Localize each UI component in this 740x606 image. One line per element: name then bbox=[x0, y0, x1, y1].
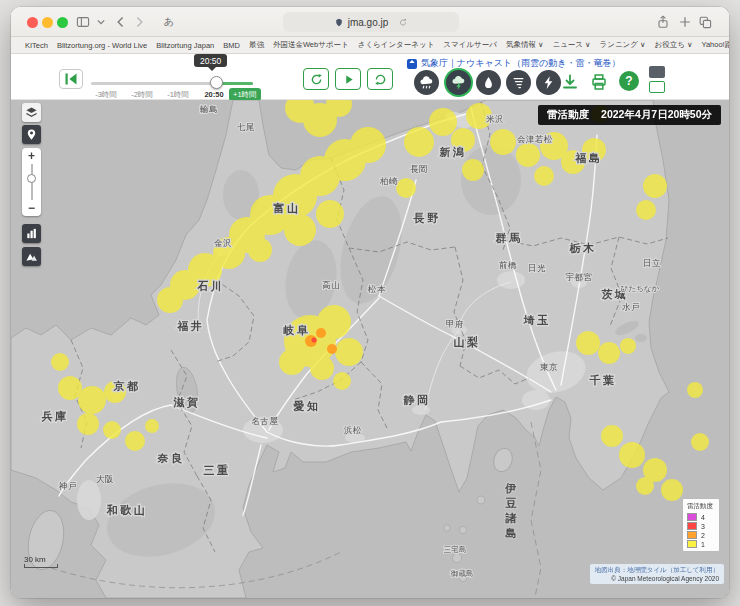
tab-overview-icon[interactable] bbox=[697, 14, 713, 30]
new-tab-icon[interactable] bbox=[677, 14, 693, 30]
svg-text:甲府: 甲府 bbox=[446, 319, 464, 329]
reload-icon[interactable] bbox=[398, 17, 408, 28]
scale-label: 30 km bbox=[24, 555, 46, 564]
play-button[interactable] bbox=[335, 68, 361, 90]
legend-value: 3 bbox=[701, 523, 705, 530]
map-attribution: 地図出典：地理院タイル（加工して利用） © Japan Meteorologic… bbox=[590, 564, 724, 584]
svg-text:高山: 高山 bbox=[322, 280, 340, 290]
svg-text:山梨: 山梨 bbox=[454, 336, 481, 348]
zoom-in-button[interactable]: + bbox=[22, 148, 41, 164]
share-icon[interactable] bbox=[655, 14, 671, 30]
svg-text:愛知: 愛知 bbox=[294, 400, 321, 412]
forward-icon[interactable] bbox=[131, 14, 147, 30]
current-location-button[interactable] bbox=[22, 125, 41, 144]
japan-map[interactable]: 新潟福島栃木茨城群馬埼玉千葉山梨長野岐阜静岡愛知石川福井富山京都滋賀奈良三重和歌… bbox=[11, 100, 729, 598]
address-bar[interactable]: jma.go.jp bbox=[283, 12, 459, 32]
svg-text:水戸: 水戸 bbox=[622, 302, 640, 312]
layer-button-rain[interactable] bbox=[414, 70, 439, 95]
bookmarks-bar: KITechBlitzortung.org - World LiveBlitzo… bbox=[11, 37, 729, 54]
bookmark-item[interactable]: 外国送金Webサポート bbox=[273, 40, 349, 50]
svg-text:御蔵島: 御蔵島 bbox=[451, 569, 474, 578]
back-icon[interactable] bbox=[113, 14, 129, 30]
legend-value: 1 bbox=[701, 541, 705, 548]
print-button[interactable] bbox=[588, 71, 610, 93]
svg-text:岐阜: 岐阜 bbox=[283, 324, 311, 336]
bookmark-item[interactable]: 気象情報 ∨ bbox=[506, 40, 544, 50]
bookmark-item[interactable]: Blitzortung.org - World Live bbox=[57, 41, 147, 50]
layer-name: 雷活動度 bbox=[547, 108, 589, 122]
terrain-button[interactable] bbox=[22, 247, 41, 266]
location-pin-icon bbox=[25, 128, 38, 141]
legend-row: 3 bbox=[687, 522, 715, 530]
zoom-out-button[interactable]: − bbox=[22, 200, 41, 216]
zoom-slider-track[interactable] bbox=[31, 164, 33, 200]
legend-rows: 4321 bbox=[687, 513, 715, 548]
legend-swatch bbox=[687, 513, 697, 521]
nowcast-map[interactable]: 新潟福島栃木茨城群馬埼玉千葉山梨長野岐阜静岡愛知石川福井富山京都滋賀奈良三重和歌… bbox=[11, 100, 729, 598]
layer-info-box: 雷活動度 2022年4月7日20時50分 bbox=[538, 105, 721, 125]
svg-text:神戸: 神戸 bbox=[58, 481, 77, 491]
svg-text:米沢: 米沢 bbox=[486, 114, 504, 124]
bookmark-item[interactable]: ニュース ∨ bbox=[552, 40, 590, 50]
loop-icon bbox=[373, 72, 388, 87]
jma-page-link[interactable]: 気象庁｜ナウキャスト（雨雲の動き・雷・竜巻） bbox=[407, 57, 621, 70]
bookmark-item[interactable]: さくらインターネット bbox=[358, 40, 435, 50]
layer-button-thunder[interactable] bbox=[536, 70, 561, 95]
translate-icon[interactable]: あ bbox=[161, 14, 177, 30]
svg-text:日立: 日立 bbox=[643, 258, 661, 268]
svg-text:長岡: 長岡 bbox=[410, 164, 428, 174]
close-window-button[interactable] bbox=[27, 17, 38, 28]
svg-text:日光: 日光 bbox=[528, 263, 546, 273]
altitude-button[interactable] bbox=[22, 224, 41, 243]
zoom-window-button[interactable] bbox=[57, 17, 68, 28]
map-style-button[interactable] bbox=[22, 103, 41, 122]
layer-button-lightning[interactable] bbox=[446, 70, 471, 95]
svg-text:群馬: 群馬 bbox=[495, 232, 523, 244]
legend-row: 4 bbox=[687, 513, 715, 521]
bookmark-item[interactable]: BMD bbox=[223, 41, 240, 50]
svg-text:滋賀: 滋賀 bbox=[173, 396, 201, 409]
minimize-window-button[interactable] bbox=[42, 17, 53, 28]
link-icon bbox=[407, 59, 417, 69]
svg-text:金沢: 金沢 bbox=[214, 238, 232, 248]
loop-button[interactable] bbox=[367, 68, 393, 90]
refresh-icon bbox=[309, 72, 324, 87]
tornado-icon bbox=[510, 74, 527, 91]
layer-button-tornado[interactable] bbox=[506, 70, 531, 95]
attribution-source[interactable]: 地図出典：地理院タイル（加工して利用） bbox=[595, 566, 719, 575]
sidebar-icon[interactable] bbox=[75, 14, 91, 30]
tick-minus2h: -2時間 bbox=[131, 90, 153, 100]
bookmark-item[interactable]: Blitzortung Japan bbox=[156, 41, 214, 50]
bookmark-item[interactable]: ランニング ∨ bbox=[600, 40, 646, 50]
layers-icon bbox=[25, 106, 38, 119]
svg-text:前橋: 前橋 bbox=[499, 260, 517, 270]
bolt-icon bbox=[540, 74, 557, 91]
bookmark-item[interactable]: KITech bbox=[25, 41, 48, 50]
bookmark-item[interactable]: スマイルサーバ bbox=[443, 40, 497, 50]
nowcast-control-bar: 20:50 -3時間 -2時間 -1時間 20:50 +1時間 気象庁｜ナウキャ… bbox=[11, 54, 729, 100]
download-button[interactable] bbox=[559, 71, 581, 93]
time-slider-handle[interactable] bbox=[210, 76, 223, 89]
svg-text:ひたちなか: ひたちなか bbox=[621, 284, 660, 293]
bookmark-item[interactable]: Yahoo!路線情報 bbox=[701, 40, 729, 50]
map-style-toggle-dark[interactable] bbox=[649, 66, 665, 78]
shield-icon bbox=[334, 17, 344, 28]
map-style-toggle-light[interactable] bbox=[649, 81, 665, 93]
bookmark-item[interactable]: 最強 bbox=[249, 40, 264, 50]
svg-text:東京: 東京 bbox=[540, 362, 558, 372]
svg-text:柏崎: 柏崎 bbox=[379, 176, 398, 186]
legend-value: 4 bbox=[701, 514, 705, 521]
printer-icon bbox=[589, 72, 609, 92]
zoom-slider-handle[interactable] bbox=[27, 174, 36, 183]
help-button[interactable]: ? bbox=[619, 71, 639, 91]
svg-text:松本: 松本 bbox=[368, 284, 386, 294]
svg-text:埼玉: 埼玉 bbox=[523, 314, 551, 326]
download-icon bbox=[560, 72, 580, 92]
bookmark-item[interactable]: お役立ち ∨ bbox=[655, 40, 693, 50]
svg-text:大阪: 大阪 bbox=[96, 474, 114, 484]
browser-titlebar: あ jma.go.jp bbox=[11, 7, 729, 37]
chevron-down-icon[interactable] bbox=[93, 14, 109, 30]
refresh-button[interactable] bbox=[303, 68, 329, 90]
layer-button-precipitation[interactable] bbox=[476, 70, 501, 95]
skip-to-start-button[interactable] bbox=[59, 69, 83, 89]
